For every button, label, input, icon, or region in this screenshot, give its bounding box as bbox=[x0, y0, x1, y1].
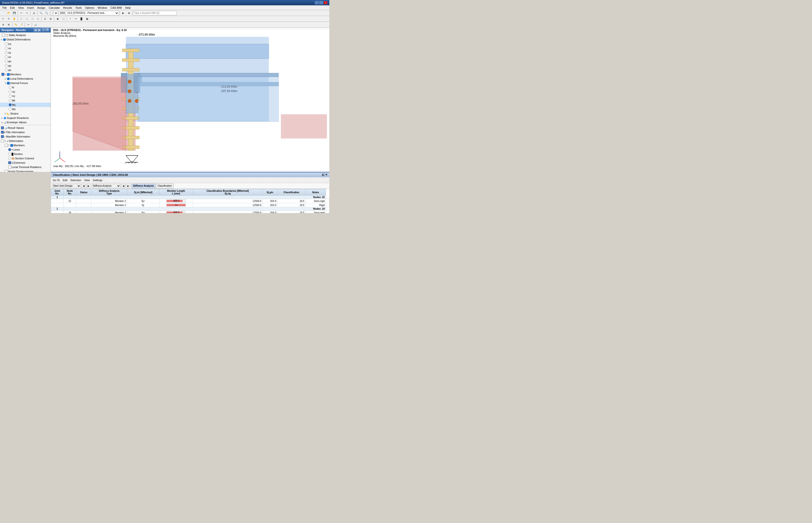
nav-radio-u-abs[interactable] bbox=[5, 42, 8, 45]
nav-radio-My[interactable] bbox=[9, 103, 12, 106]
bp-view[interactable]: View bbox=[83, 179, 91, 182]
surfaces-btn[interactable]: ▦ bbox=[84, 16, 90, 21]
nav-arrow-strains[interactable]: ▷ bbox=[5, 113, 6, 115]
nav-arrow-internal[interactable]: ▽ bbox=[5, 82, 6, 84]
prev-btn[interactable]: ◀ bbox=[82, 184, 86, 188]
bp-edit[interactable]: Edit bbox=[62, 179, 68, 182]
nav-next[interactable]: ▶ bbox=[38, 28, 41, 32]
nav-cb-result-values[interactable]: ✓ bbox=[1, 126, 4, 129]
menu-window[interactable]: Window bbox=[96, 5, 108, 10]
design-type-combo[interactable]: Steel Joint Design bbox=[52, 184, 81, 188]
navigator-content[interactable]: 📋 Static Analysis ▷ 🔵 Global Deformation… bbox=[0, 33, 51, 172]
bp-goto[interactable]: Go To bbox=[52, 179, 61, 182]
nav-radio-Mt[interactable] bbox=[9, 99, 12, 102]
bp-selection[interactable]: Selection bbox=[69, 179, 82, 182]
analysis-type-combo[interactable]: Stiffness Analysis bbox=[92, 184, 121, 188]
minimize-button[interactable]: ─ bbox=[315, 1, 319, 4]
snap-btn[interactable]: ⊕ bbox=[0, 22, 6, 27]
bottom-panel-detach[interactable]: ◱ bbox=[322, 173, 324, 176]
nav-cb-members[interactable]: ✓ bbox=[1, 73, 4, 76]
view-top-btn[interactable]: □ bbox=[24, 16, 30, 21]
bottom-panel-close[interactable]: ✕ bbox=[325, 173, 327, 176]
pan-btn[interactable]: ✋ bbox=[12, 16, 17, 21]
nav-radio-phiz[interactable] bbox=[5, 69, 8, 71]
nav-Mz[interactable]: Mz bbox=[0, 107, 51, 111]
nav-strains[interactable]: ▷ 📐 Strains bbox=[0, 111, 51, 116]
view-right-btn[interactable]: □ bbox=[30, 16, 35, 21]
load-combo[interactable]: DS1 bbox=[51, 11, 58, 15]
menu-results[interactable]: Results bbox=[62, 5, 74, 10]
bp-settings[interactable]: Settings bbox=[92, 179, 103, 182]
nav-cb-nodal-disp[interactable] bbox=[5, 170, 8, 172]
stop-btn[interactable]: ■ bbox=[126, 11, 131, 16]
nav-arrow-local[interactable]: ▷ bbox=[5, 78, 6, 80]
nav-Vz[interactable]: Vz bbox=[0, 94, 51, 98]
tab-classification[interactable]: Classification bbox=[156, 183, 174, 188]
nav-members-deform[interactable]: ▽ 🟦 Members bbox=[0, 143, 51, 147]
nav-arrow-deformation[interactable]: ▽ bbox=[4, 140, 6, 142]
nav-radio-section-colored[interactable] bbox=[8, 157, 11, 160]
nav-phiy[interactable]: φy bbox=[0, 64, 51, 68]
nav-uy[interactable]: uy bbox=[0, 50, 51, 55]
nav-radio-phix[interactable] bbox=[5, 60, 8, 63]
nav-radio-section[interactable] bbox=[8, 152, 11, 156]
menu-insert[interactable]: Insert bbox=[26, 5, 35, 10]
zoom-in-btn[interactable]: 🔍 bbox=[38, 11, 43, 16]
nav-u-abs[interactable]: |u| bbox=[0, 42, 51, 46]
tab-stiffness-analysis[interactable]: Stiffness Analysis bbox=[131, 183, 156, 188]
print-btn[interactable]: 🖨 bbox=[31, 11, 37, 16]
nav-section-deform[interactable]: █ Section bbox=[0, 152, 51, 156]
menu-calculate[interactable]: Calculate bbox=[47, 5, 61, 10]
nav-envelope[interactable]: ▷ 📊 Envelope Values bbox=[0, 120, 51, 124]
zoom-out-btn[interactable]: 🔍 bbox=[44, 11, 49, 16]
nav-N[interactable]: N bbox=[0, 85, 51, 90]
menu-file[interactable]: File bbox=[1, 5, 8, 10]
menu-tools[interactable]: Tools bbox=[74, 5, 83, 10]
nav-section-colored[interactable]: 🎨 Section Colored bbox=[0, 156, 51, 161]
nav-ux[interactable]: ux bbox=[0, 46, 51, 50]
rotate-btn[interactable]: ↻ bbox=[6, 16, 12, 21]
nav-radio-uy[interactable] bbox=[5, 51, 8, 54]
menu-view[interactable]: View bbox=[17, 5, 25, 10]
nav-arrow-members-deform[interactable]: ▽ bbox=[8, 144, 10, 146]
nav-global-deform[interactable]: ▷ 🔵 Global Deformations bbox=[0, 37, 51, 42]
calc-btn[interactable]: ▶ bbox=[121, 11, 126, 16]
nav-My[interactable]: My bbox=[0, 103, 51, 107]
zoom-all-btn[interactable]: ⊡ bbox=[42, 16, 48, 21]
search-input[interactable] bbox=[133, 11, 177, 15]
nav-lines-deform[interactable]: ━ Lines bbox=[0, 147, 51, 152]
nav-cb-deformation[interactable] bbox=[1, 140, 4, 142]
menu-cad-bim[interactable]: CAD-BIM bbox=[109, 5, 123, 10]
measure-btn[interactable]: 📏 bbox=[13, 22, 18, 27]
nav-arrow-support[interactable]: ▷ bbox=[1, 117, 3, 119]
nav-cb-title-info[interactable]: ✓ bbox=[1, 131, 4, 134]
menu-help[interactable]: Help bbox=[124, 5, 132, 10]
nav-support-reactions[interactable]: ▷ 🔷 Support Reactions bbox=[0, 116, 51, 120]
result-diagram-btn[interactable]: 📊 bbox=[33, 22, 38, 27]
table-row[interactable]: Member 2 Sj- +∞ 12500.0 924.0 18.5 Rigid bbox=[51, 203, 329, 207]
nav-radio-phiy[interactable] bbox=[5, 64, 8, 67]
nav-cb-maxmin-info[interactable]: ✓ bbox=[1, 135, 4, 138]
viewport[interactable]: DS1 - ULS (STR/GEO) - Permanent and tran… bbox=[51, 28, 329, 172]
nav-radio-uz[interactable] bbox=[5, 55, 8, 58]
table-row[interactable]: 24 Member 2 Sj+ 409.0 12500.0 924.0 18.5… bbox=[51, 211, 329, 213]
nav-prev[interactable]: ◀ bbox=[34, 28, 37, 32]
close-button[interactable]: ✕ bbox=[324, 1, 327, 4]
analysis-prev[interactable]: ◀ bbox=[121, 184, 125, 188]
grid-btn[interactable]: ⊞ bbox=[6, 22, 12, 27]
analysis-next[interactable]: ▶ bbox=[126, 184, 130, 188]
nav-radio-N[interactable] bbox=[9, 86, 12, 89]
next-btn[interactable]: ▶ bbox=[86, 184, 91, 188]
nav-arrow-global[interactable]: ▷ bbox=[1, 38, 2, 41]
nav-local-deform[interactable]: ▷ 🔵 Local Deformations bbox=[0, 76, 51, 81]
nav-title-info[interactable]: ✓ ℹ Title Information bbox=[0, 130, 51, 134]
nav-radio-ux[interactable] bbox=[5, 47, 8, 50]
nav-radio-lines[interactable] bbox=[8, 148, 11, 151]
nav-cb-members-deform[interactable] bbox=[5, 144, 8, 147]
nav-radio-Vy[interactable] bbox=[9, 90, 12, 93]
maximize-button[interactable]: □ bbox=[319, 1, 323, 4]
nav-cb-extremes[interactable]: ✓ bbox=[8, 161, 11, 164]
nav-radio-Mz[interactable] bbox=[9, 108, 12, 111]
nav-members-top[interactable]: ✓ ▽ 🟦 Members bbox=[0, 72, 51, 76]
nav-Vy[interactable]: Vy bbox=[0, 90, 51, 94]
